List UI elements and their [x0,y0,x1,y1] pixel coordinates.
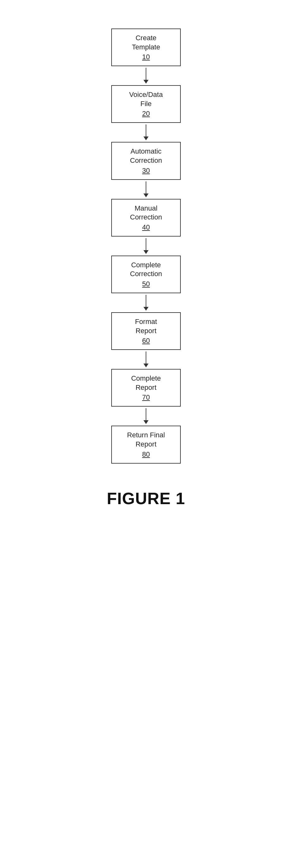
step-manual-correction-number: 40 [142,223,150,231]
step-complete-correction-label: CompleteCorrection [130,260,162,279]
arrow-6 [143,350,149,369]
step-voice-data-file: Voice/DataFile 20 [111,85,181,123]
arrow-shaft-3 [146,182,146,193]
step-return-final-report-number: 80 [142,450,150,459]
arrow-shaft-7 [146,408,146,420]
arrow-shaft-1 [146,68,146,80]
step-complete-report: CompleteReport 70 [111,369,181,407]
step-complete-correction: CompleteCorrection 50 [111,255,181,293]
step-format-report-label: FormatReport [135,317,157,335]
step-automatic-correction-label: AutomaticCorrection [130,147,162,165]
arrow-shaft-6 [146,351,146,364]
step-voice-data-file-number: 20 [142,110,150,118]
step-create-template: CreateTemplate 10 [111,29,181,66]
arrow-shaft-5 [146,295,146,307]
arrow-head-5 [143,307,149,311]
step-manual-correction: ManualCorrection 40 [111,199,181,237]
step-return-final-report-label: Return FinalReport [127,431,165,449]
step-complete-report-label: CompleteReport [131,374,161,392]
arrow-2 [143,123,149,142]
arrow-4 [143,237,149,255]
arrow-head-6 [143,364,149,367]
step-format-report-number: 60 [142,337,150,345]
arrow-shaft-4 [146,238,146,250]
arrow-shaft-2 [146,124,146,136]
step-automatic-correction: AutomaticCorrection 30 [111,142,181,180]
step-complete-report-number: 70 [142,393,150,402]
flowchart: CreateTemplate 10 Voice/DataFile 20 Auto… [0,13,292,464]
arrow-7 [143,407,149,426]
arrow-head-4 [143,250,149,254]
arrow-head-3 [143,193,149,197]
arrow-head-7 [143,420,149,424]
arrow-head-1 [143,80,149,84]
arrow-5 [143,293,149,312]
arrow-head-2 [143,136,149,140]
page-container: CreateTemplate 10 Voice/DataFile 20 Auto… [0,13,292,508]
arrow-3 [143,180,149,199]
figure-label: FIGURE 1 [107,489,185,508]
step-manual-correction-label: ManualCorrection [130,204,162,222]
arrow-1 [143,66,149,85]
step-create-template-number: 10 [142,53,150,61]
step-automatic-correction-number: 30 [142,166,150,175]
step-complete-correction-number: 50 [142,280,150,288]
step-format-report: FormatReport 60 [111,312,181,350]
step-return-final-report: Return FinalReport 80 [111,426,181,463]
step-voice-data-file-label: Voice/DataFile [129,90,163,108]
step-create-template-label: CreateTemplate [132,34,160,52]
